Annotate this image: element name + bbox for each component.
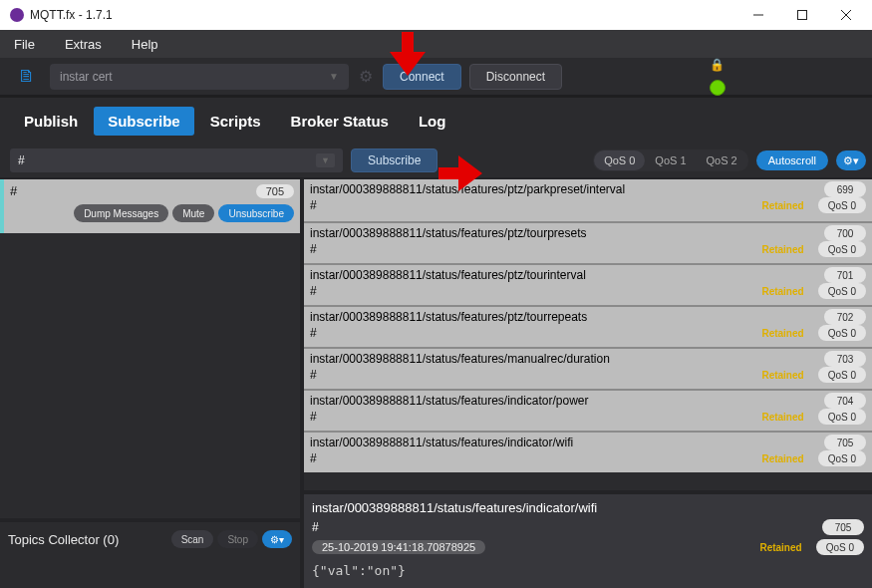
unsubscribe-button[interactable]: Unsubscribe <box>218 204 294 222</box>
qos1-button[interactable]: QoS 1 <box>645 150 696 170</box>
message-sub: # <box>310 198 317 212</box>
main-area: # 705 Dump Messages Mute Unsubscribe Top… <box>0 179 872 588</box>
message-number: 705 <box>824 435 866 450</box>
retained-badge: Retained <box>751 409 813 425</box>
collector-settings-button[interactable]: ⚙▾ <box>262 530 292 548</box>
gear-icon[interactable]: ⚙ <box>359 67 373 86</box>
minimize-button[interactable] <box>736 0 780 30</box>
subscription-topic: # <box>10 183 17 198</box>
maximize-button[interactable] <box>780 0 824 30</box>
subscription-card[interactable]: # 705 Dump Messages Mute Unsubscribe <box>0 179 300 233</box>
scan-button[interactable]: Scan <box>171 530 214 548</box>
message-number: 703 <box>824 351 866 367</box>
qos-badge: QoS 0 <box>818 367 866 383</box>
topics-collector-label: Topics Collector (0) <box>8 532 167 547</box>
qos-badge: QoS 0 <box>818 197 866 213</box>
chevron-down-icon: ▼ <box>329 71 339 82</box>
subscribe-toolbar: # ▼ Subscribe QoS 0 QoS 1 QoS 2 Autoscro… <box>0 144 872 179</box>
message-row[interactable]: instar/000389888811/status/features/indi… <box>304 389 872 431</box>
detail-number: 705 <box>822 519 864 535</box>
message-topic: instar/000389888811/status/features/indi… <box>310 436 866 449</box>
message-row[interactable]: instar/000389888811/status/features/indi… <box>304 431 872 472</box>
disconnect-button[interactable]: Disconnect <box>469 64 562 90</box>
message-topic: instar/000389888811/status/features/manu… <box>310 352 866 366</box>
tab-publish[interactable]: Publish <box>10 107 92 136</box>
tab-log[interactable]: Log <box>405 107 460 136</box>
qos-badge: QoS 0 <box>818 409 866 425</box>
profile-icon: 🗎 <box>18 66 36 87</box>
topic-input-value: # <box>18 153 25 167</box>
menu-file[interactable]: File <box>6 34 43 55</box>
message-list[interactable]: instar/000389888811/status/features/ptz/… <box>304 179 872 490</box>
topics-collector: Topics Collector (0) Scan Stop ⚙▾ <box>0 518 300 588</box>
message-row[interactable]: instar/000389888811/status/features/ptz/… <box>304 305 872 347</box>
connection-status-indicator <box>710 80 726 96</box>
close-button[interactable] <box>824 0 868 30</box>
profile-select[interactable]: instar cert ▼ <box>50 64 349 90</box>
titlebar: MQTT.fx - 1.7.1 <box>0 0 872 30</box>
mute-button[interactable]: Mute <box>172 204 214 222</box>
message-topic: instar/000389888811/status/features/ptz/… <box>310 310 866 324</box>
message-topic: instar/000389888811/status/features/ptz/… <box>310 268 866 282</box>
connect-button[interactable]: Connect <box>383 64 461 90</box>
svg-rect-1 <box>798 11 807 20</box>
retained-badge: Retained <box>751 325 813 341</box>
message-sub: # <box>310 284 317 298</box>
message-sub: # <box>310 410 317 424</box>
message-number: 701 <box>824 267 866 283</box>
menubar: File Extras Help <box>0 30 872 58</box>
main-tabs: Publish Subscribe Scripts Broker Status … <box>0 98 872 144</box>
detail-topic: instar/000389888811/status/features/indi… <box>312 500 864 515</box>
message-row[interactable]: instar/000389888811/status/features/ptz/… <box>304 263 872 305</box>
qos-badge: QoS 0 <box>818 283 866 299</box>
tab-scripts[interactable]: Scripts <box>196 107 275 136</box>
dump-messages-button[interactable]: Dump Messages <box>74 204 168 222</box>
qos2-button[interactable]: QoS 2 <box>697 150 747 170</box>
message-sub: # <box>310 242 317 256</box>
lock-icon: 🔒 <box>710 58 725 72</box>
qos-badge: QoS 0 <box>818 450 866 466</box>
qos-badge: QoS 0 <box>818 325 866 341</box>
tab-subscribe[interactable]: Subscribe <box>94 107 194 136</box>
message-row[interactable]: instar/000389888811/status/features/manu… <box>304 347 872 389</box>
chevron-down-icon[interactable]: ▼ <box>316 153 335 167</box>
qos0-button[interactable]: QoS 0 <box>594 150 645 170</box>
stop-button[interactable]: Stop <box>217 530 258 548</box>
menu-extras[interactable]: Extras <box>57 34 110 55</box>
gear-icon: ⚙▾ <box>843 154 859 167</box>
qos-selector: QoS 0 QoS 1 QoS 2 <box>593 149 748 171</box>
qos-badge: QoS 0 <box>818 241 866 257</box>
subscribe-button[interactable]: Subscribe <box>351 148 437 172</box>
topic-input[interactable]: # ▼ <box>10 148 343 172</box>
retained-badge: Retained <box>751 283 813 299</box>
detail-retained-badge: Retained <box>749 539 811 555</box>
subscription-count: 705 <box>256 184 294 198</box>
message-number: 699 <box>824 181 866 197</box>
retained-badge: Retained <box>751 367 813 383</box>
detail-sub: # <box>312 520 319 534</box>
message-topic: instar/000389888811/status/features/indi… <box>310 394 866 408</box>
menu-help[interactable]: Help <box>124 34 166 55</box>
message-sub: # <box>310 451 317 465</box>
message-number: 702 <box>824 309 866 325</box>
tab-broker-status[interactable]: Broker Status <box>277 107 403 136</box>
message-sub: # <box>310 368 317 382</box>
detail-timestamp: 25-10-2019 19:41:18.70878925 <box>312 540 485 554</box>
messages-panel: instar/000389888811/status/features/ptz/… <box>304 179 872 588</box>
message-number: 704 <box>824 393 866 409</box>
message-number: 700 <box>824 225 866 241</box>
message-row[interactable]: instar/000389888811/status/features/ptz/… <box>304 179 872 221</box>
retained-badge: Retained <box>751 450 813 466</box>
settings-pill[interactable]: ⚙▾ <box>836 150 866 170</box>
detail-qos-badge: QoS 0 <box>816 539 864 555</box>
app-logo-icon <box>10 8 24 22</box>
window-title: MQTT.fx - 1.7.1 <box>30 8 736 22</box>
autoscroll-button[interactable]: Autoscroll <box>756 150 828 170</box>
message-topic: instar/000389888811/status/features/ptz/… <box>310 226 866 240</box>
message-row[interactable]: instar/000389888811/status/features/ptz/… <box>304 221 872 263</box>
retained-badge: Retained <box>751 197 813 213</box>
profile-value: instar cert <box>60 70 113 84</box>
retained-badge: Retained <box>751 241 813 257</box>
detail-payload: {"val":"on"} <box>312 563 864 578</box>
subscriptions-panel: # 705 Dump Messages Mute Unsubscribe Top… <box>0 179 304 588</box>
